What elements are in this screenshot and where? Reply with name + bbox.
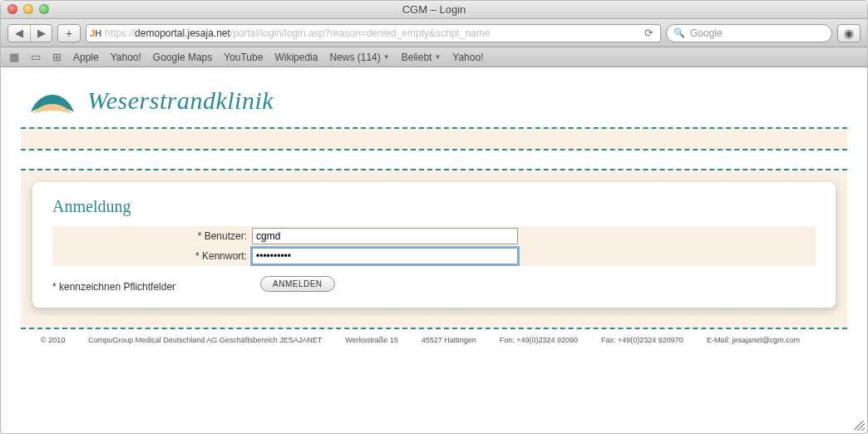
bookmark-yahoo-2[interactable]: Yahoo! bbox=[452, 52, 483, 63]
footer-phone: Fon: +49(0)2324 92090 bbox=[500, 336, 578, 344]
url-text: https://demoportal.jesaja.net/portal/log… bbox=[105, 27, 638, 39]
footer: © 2010 CompuGroup Medical Deutschland AG… bbox=[21, 329, 847, 344]
clinic-logo-icon bbox=[27, 82, 77, 119]
decorative-band-lower bbox=[21, 316, 847, 329]
chevron-down-icon: ▼ bbox=[383, 53, 390, 61]
zoom-window-button[interactable] bbox=[39, 4, 49, 14]
bookmark-google-maps[interactable]: Google Maps bbox=[153, 52, 212, 63]
footer-city: 45527 Hattingen bbox=[422, 336, 476, 344]
nav-buttons: ◀ ▶ bbox=[7, 24, 52, 42]
chevron-down-icon: ▼ bbox=[434, 53, 441, 61]
login-heading: Anmeldung bbox=[52, 197, 816, 216]
footer-copyright: © 2010 bbox=[41, 336, 65, 344]
traffic-lights bbox=[7, 4, 49, 14]
bookmark-news[interactable]: News (114) ▼ bbox=[329, 52, 389, 63]
show-bookmarks-icon[interactable]: ▦ bbox=[9, 51, 19, 63]
org-name: Weserstrandklinik bbox=[87, 86, 274, 115]
search-icon: 🔍 bbox=[673, 27, 685, 38]
spacer bbox=[21, 150, 847, 169]
toolbar-menu-button[interactable]: ◉ bbox=[837, 24, 861, 42]
decorative-band bbox=[21, 127, 847, 150]
password-row: * Kennwort: bbox=[52, 246, 816, 266]
back-button[interactable]: ◀ bbox=[8, 25, 30, 42]
login-section: Anmeldung * Benutzer: * Kennwort: * kenn… bbox=[21, 169, 847, 316]
favicon-icon: JH bbox=[90, 28, 101, 38]
reload-icon[interactable]: ⟳ bbox=[641, 27, 657, 39]
footer-company: CompuGroup Medical Deutschland AG Geschä… bbox=[88, 336, 322, 344]
titlebar: CGM – Login bbox=[1, 1, 867, 19]
password-label: * Kennwort: bbox=[52, 250, 252, 262]
add-bookmark-button[interactable]: + bbox=[57, 24, 81, 42]
resize-grip-icon[interactable] bbox=[855, 421, 865, 431]
required-note: * kennzeichnen Pflichtfelder bbox=[52, 274, 260, 293]
user-input[interactable] bbox=[252, 228, 518, 244]
url-bar[interactable]: JH https://demoportal.jesaja.net/portal/… bbox=[86, 24, 661, 42]
bookmark-yahoo[interactable]: Yahoo! bbox=[111, 52, 141, 63]
search-placeholder: Google bbox=[690, 27, 723, 39]
window-title: CGM – Login bbox=[1, 3, 867, 16]
search-bar[interactable]: 🔍 Google bbox=[666, 24, 832, 42]
user-label: * Benutzer: bbox=[52, 230, 252, 242]
login-card: Anmeldung * Benutzer: * Kennwort: * kenn… bbox=[32, 182, 836, 308]
login-button[interactable]: ANMELDEN bbox=[260, 276, 335, 292]
footer-email: E-Mail: jesajanet@cgm.com bbox=[707, 336, 800, 344]
bookmark-apple[interactable]: Apple bbox=[73, 52, 99, 63]
footer-fax: Fax: +49(0)2324 920970 bbox=[601, 336, 683, 344]
minimize-window-button[interactable] bbox=[23, 4, 33, 14]
top-sites-icon[interactable]: ⊞ bbox=[52, 51, 62, 63]
bookmark-youtube[interactable]: YouTube bbox=[224, 52, 263, 63]
browser-window: CGM – Login ◀ ▶ + JH https://demoportal.… bbox=[0, 0, 868, 434]
reading-list-icon[interactable]: ▭ bbox=[31, 51, 41, 63]
bookmark-beliebt[interactable]: Beliebt ▼ bbox=[402, 52, 441, 63]
close-window-button[interactable] bbox=[7, 4, 17, 14]
footer-street: Werksstraße 15 bbox=[345, 336, 397, 344]
header-logo-row: Weserstrandklinik bbox=[21, 67, 847, 127]
user-row: * Benutzer: bbox=[52, 226, 816, 246]
password-input[interactable] bbox=[252, 248, 518, 264]
bookmark-wikipedia[interactable]: Wikipedia bbox=[274, 52, 318, 63]
page-content: Weserstrandklinik Anmeldung * Benutzer: … bbox=[1, 67, 867, 433]
bookmark-bar: ▦ ▭ ⊞ Apple Yahoo! Google Maps YouTube W… bbox=[1, 47, 867, 67]
forward-button[interactable]: ▶ bbox=[30, 25, 52, 42]
toolbar: ◀ ▶ + JH https://demoportal.jesaja.net/p… bbox=[1, 19, 867, 47]
